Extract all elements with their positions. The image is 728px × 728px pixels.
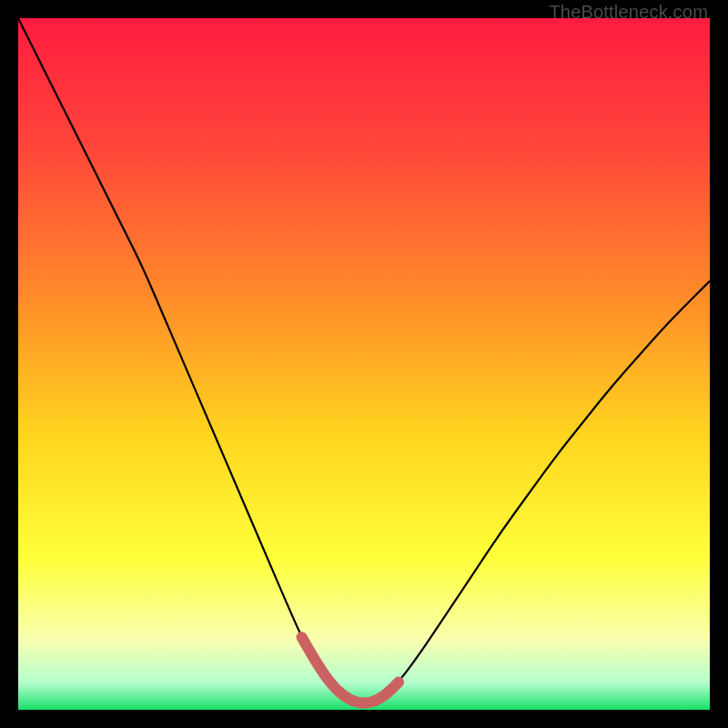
curve-layer [18, 18, 710, 710]
chart-stage: TheBottleneck.com [0, 0, 728, 728]
bottleneck-curve [18, 18, 710, 703]
highlight-valley [302, 637, 399, 703]
plot-area [18, 18, 710, 710]
watermark-text: TheBottleneck.com [549, 2, 708, 23]
